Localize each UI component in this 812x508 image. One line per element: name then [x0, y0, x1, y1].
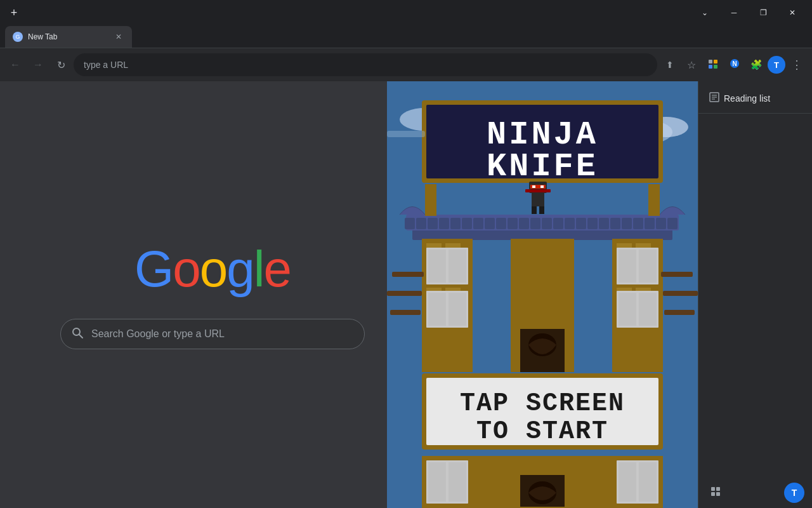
- sidebar-body: [698, 114, 812, 478]
- extension-1-icon: [707, 58, 719, 72]
- search-bar[interactable]: Search Google or type a URL: [60, 319, 365, 349]
- svg-rect-96: [390, 310, 421, 315]
- share-icon: ⬆: [666, 60, 674, 70]
- game-canvas: NINJA KNIFE: [387, 81, 698, 508]
- bookmark-icon: ☆: [687, 59, 696, 71]
- svg-rect-36: [576, 218, 586, 229]
- svg-rect-107: [711, 492, 715, 496]
- svg-rect-54: [539, 206, 544, 214]
- tabbar: G New Tab ✕: [0, 25, 812, 48]
- forward-button[interactable]: →: [28, 55, 48, 75]
- close-button[interactable]: ✕: [778, 0, 807, 25]
- svg-rect-44: [667, 218, 678, 229]
- game-panel[interactable]: NINJA KNIFE: [387, 81, 698, 508]
- svg-rect-97: [661, 272, 693, 277]
- svg-rect-99: [664, 310, 695, 315]
- svg-rect-43: [656, 218, 666, 229]
- svg-text:TAP SCREEN: TAP SCREEN: [460, 389, 625, 418]
- svg-rect-51: [532, 185, 535, 188]
- search-icon: [71, 326, 84, 342]
- tab-close-button[interactable]: ✕: [113, 31, 124, 43]
- right-sidebar: Reading list T: [698, 81, 812, 508]
- puzzle-icon: 🧩: [750, 59, 763, 70]
- profile-letter: T: [774, 60, 779, 70]
- sidebar-profile-button[interactable]: T: [784, 483, 804, 503]
- profile-button[interactable]: T: [768, 56, 785, 74]
- svg-rect-25: [450, 218, 461, 229]
- window-controls: ⌄ ─ ❐ ✕: [690, 0, 807, 25]
- maximize-button[interactable]: ❐: [749, 0, 778, 25]
- svg-rect-23: [428, 218, 438, 229]
- svg-rect-34: [553, 218, 563, 229]
- svg-line-7: [79, 335, 82, 338]
- apps-grid-icon: [710, 486, 722, 500]
- google-letter-e: e: [264, 241, 291, 297]
- svg-rect-75: [619, 250, 636, 283]
- reading-list-title: Reading list: [724, 93, 770, 104]
- reload-button[interactable]: ↻: [51, 55, 71, 75]
- svg-rect-32: [530, 218, 540, 229]
- back-button[interactable]: ←: [5, 55, 25, 75]
- content-area: Google Search Google or type a URL: [0, 81, 812, 508]
- svg-rect-42: [645, 218, 655, 229]
- extension-2-button[interactable]: N: [724, 55, 745, 75]
- new-tab-button[interactable]: +: [5, 4, 23, 22]
- svg-rect-49: [525, 189, 551, 192]
- tab-list-button[interactable]: ⌄: [690, 0, 719, 25]
- minimize-button[interactable]: ─: [719, 0, 749, 25]
- sidebar-top: Reading list: [698, 81, 812, 114]
- reading-list-icon: [709, 91, 720, 105]
- svg-rect-46: [648, 184, 660, 216]
- svg-rect-95: [387, 291, 422, 296]
- url-text: type a URL: [84, 60, 128, 70]
- address-input[interactable]: type a URL: [74, 53, 657, 76]
- sidebar-bottom-row: T: [698, 478, 812, 508]
- svg-rect-33: [542, 218, 552, 229]
- svg-rect-37: [587, 218, 598, 229]
- svg-rect-94: [392, 272, 424, 277]
- svg-rect-70: [449, 250, 466, 283]
- search-placeholder-text: Search Google or type a URL: [91, 328, 225, 340]
- svg-rect-73: [449, 293, 466, 326]
- svg-rect-35: [565, 218, 575, 229]
- svg-rect-21: [405, 218, 415, 229]
- google-letter-g: G: [134, 241, 173, 297]
- sidebar-profile-letter: T: [792, 488, 797, 498]
- svg-rect-38: [599, 218, 609, 229]
- svg-rect-87: [449, 462, 466, 502]
- tab-favicon: G: [13, 32, 23, 42]
- reading-list-row: Reading list: [704, 89, 807, 108]
- svg-rect-105: [711, 487, 715, 491]
- svg-rect-27: [473, 218, 483, 229]
- svg-rect-24: [439, 218, 449, 229]
- svg-rect-90: [639, 462, 657, 502]
- newtab-page: Google Search Google or type a URL: [0, 81, 425, 508]
- svg-rect-47: [532, 192, 544, 206]
- svg-rect-40: [622, 218, 632, 229]
- extension-1-button[interactable]: [703, 55, 723, 75]
- google-letter-o2: o: [200, 241, 227, 297]
- menu-button[interactable]: ⋮: [787, 55, 807, 75]
- titlebar: + ⌄ ─ ❐ ✕: [0, 0, 812, 25]
- svg-text:N: N: [732, 60, 737, 67]
- svg-rect-1: [714, 60, 717, 64]
- svg-rect-72: [428, 293, 446, 326]
- svg-rect-31: [519, 218, 529, 229]
- svg-rect-106: [716, 487, 720, 491]
- addressbar-container: ← → ↻ type a URL ⬆ ☆: [0, 48, 812, 81]
- extension-2-icon: N: [729, 58, 740, 72]
- svg-rect-3: [714, 65, 717, 69]
- svg-rect-52: [540, 185, 544, 188]
- bookmark-button[interactable]: ☆: [681, 55, 702, 75]
- svg-text:KNIFE: KNIFE: [487, 148, 598, 185]
- svg-rect-0: [709, 60, 712, 64]
- active-tab[interactable]: G New Tab ✕: [5, 26, 132, 48]
- share-button[interactable]: ⬆: [660, 55, 680, 75]
- svg-rect-41: [633, 218, 643, 229]
- svg-rect-100: [387, 131, 425, 137]
- svg-rect-86: [428, 462, 446, 502]
- svg-rect-53: [532, 206, 537, 214]
- extension-puzzle-button[interactable]: 🧩: [746, 55, 766, 75]
- apps-grid-button[interactable]: [706, 483, 726, 503]
- google-logo: Google: [134, 240, 291, 298]
